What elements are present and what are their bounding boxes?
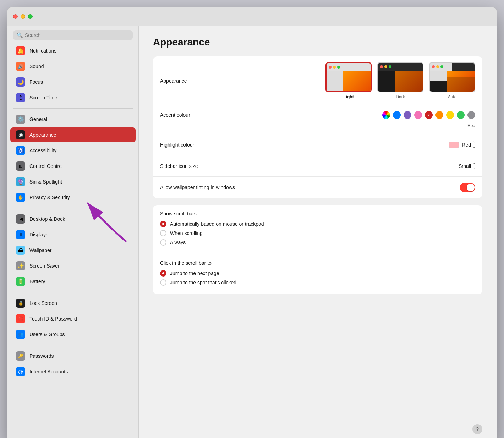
sidebar-item-notifications[interactable]: 🔔 Notifications [10, 43, 136, 58]
sidebar-item-lock-screen[interactable]: 🔒 Lock Screen [10, 296, 136, 311]
battery-icon: 🔋 [16, 277, 25, 286]
sidebar-item-appearance[interactable]: ◉ Appearance [10, 127, 136, 142]
maximize-button[interactable] [28, 14, 33, 19]
siri-icon: 🔮 [16, 177, 25, 186]
sidebar-item-label: General [29, 116, 47, 122]
accent-dot-multicolor[interactable] [382, 111, 390, 119]
sidebar-item-users-groups[interactable]: 👥 Users & Groups [10, 327, 136, 342]
accent-colors-row [382, 111, 475, 119]
focus-icon: 🌙 [16, 77, 25, 87]
minimize-button[interactable] [21, 14, 25, 19]
appearance-option-light-label: Light [343, 94, 354, 99]
appearance-thumb-auto [429, 62, 475, 92]
sidebar-item-label: Screen Saver [29, 263, 60, 269]
radio-label-spot-clicked: Jump to the spot that's clicked [170, 280, 236, 285]
radio-auto-scroll[interactable]: Automatically based on mouse or trackpad [160, 221, 475, 227]
accent-dot-purple[interactable] [404, 111, 411, 119]
search-box[interactable]: 🔍 [13, 30, 133, 40]
sidebar-item-label: Displays [29, 232, 48, 237]
sidebar-item-desktop-dock[interactable]: 🖥 Desktop & Dock [10, 212, 136, 226]
sidebar-item-wallpaper[interactable]: 🏔 Wallpaper [10, 243, 136, 258]
sidebar-item-siri[interactable]: 🔮 Siri & Spotlight [10, 174, 136, 189]
divider-1 [13, 108, 133, 109]
sidebar-item-label: Lock Screen [29, 300, 57, 306]
touch-id-icon: ⭕ [16, 314, 25, 323]
sound-icon: 🔊 [16, 62, 25, 71]
appearance-thumb-dark [377, 62, 423, 92]
wallpaper-icon: 🏔 [16, 246, 25, 255]
accessibility-icon: ♿ [16, 146, 25, 155]
sidebar-item-label: Sound [29, 64, 44, 69]
accent-colour-row: Accent colour [153, 105, 482, 134]
accent-dot-pink[interactable] [414, 111, 422, 119]
sidebar-item-sound[interactable]: 🔊 Sound [10, 59, 136, 74]
sidebar-icon-size-control[interactable]: Small ⌃⌄ [459, 162, 475, 170]
sidebar-item-label: Control Centre [29, 163, 62, 169]
desktop-dock-icon: 🖥 [16, 214, 25, 224]
sidebar-item-battery[interactable]: 🔋 Battery [10, 274, 136, 289]
radio-when-scrolling[interactable]: When scrolling [160, 230, 475, 236]
sidebar-item-label: Screen Time [29, 95, 57, 100]
sidebar-item-label: Internet Accounts [29, 369, 68, 374]
accent-dot-orange[interactable] [435, 111, 443, 119]
accent-dot-yellow[interactable] [446, 111, 454, 119]
highlight-value: Red [462, 142, 471, 148]
wallpaper-tinting-row: Allow wallpaper tinting in windows [153, 177, 482, 198]
sidebar-item-screen-saver[interactable]: ✨ Screen Saver [10, 258, 136, 273]
accent-colour-label: Accent colour [160, 112, 231, 118]
sidebar-item-label: Passwords [29, 353, 54, 359]
radio-circle-always [160, 239, 166, 246]
sidebar-item-privacy-security[interactable]: ✋ Privacy & Security [10, 190, 136, 205]
sidebar-item-touch-id[interactable]: ⭕ Touch ID & Password [10, 311, 136, 326]
close-button[interactable] [13, 14, 18, 19]
general-icon: ⚙️ [16, 115, 25, 124]
show-scroll-bars-title: Show scroll bars [160, 211, 475, 217]
highlight-colour-label: Highlight colour [160, 142, 231, 148]
users-groups-icon: 👥 [16, 330, 25, 339]
scroll-bars-card: Show scroll bars Automatically based on … [153, 205, 482, 294]
appearance-option-dark[interactable]: Dark [377, 62, 423, 99]
appearance-row: Appearance [153, 56, 482, 105]
appearance-option-dark-label: Dark [396, 94, 405, 99]
sidebar-item-label: Siri & Spotlight [29, 179, 62, 185]
sidebar-item-control-centre[interactable]: ⊞ Control Centre [10, 159, 136, 174]
screen-time-icon: ⏱ [16, 93, 25, 102]
privacy-icon: ✋ [16, 193, 25, 202]
highlight-colour-row: Highlight colour Red ⌃⌄ [153, 134, 482, 155]
appearance-thumb-light [325, 62, 372, 92]
divider-2 [13, 208, 133, 208]
control-centre-icon: ⊞ [16, 161, 25, 171]
sidebar-item-focus[interactable]: 🌙 Focus [10, 75, 136, 89]
radio-circle-next-page [160, 270, 166, 277]
sidebar-item-passwords[interactable]: 🔑 Passwords [10, 349, 136, 363]
highlight-control: Red ⌃⌄ [449, 141, 475, 149]
sidebar-item-general[interactable]: ⚙️ General [10, 112, 136, 127]
accent-dot-red[interactable] [425, 111, 433, 119]
sidebar-item-accessibility[interactable]: ♿ Accessibility [10, 143, 136, 158]
sidebar-item-internet-accounts[interactable]: @ Internet Accounts [10, 364, 136, 379]
sidebar-item-screen-time[interactable]: ⏱ Screen Time [10, 90, 136, 105]
sidebar-item-label: Focus [29, 79, 43, 85]
appearance-option-light[interactable]: Light [325, 62, 372, 99]
page-title: Appearance [153, 37, 482, 48]
appearance-options: Light [325, 62, 475, 99]
wallpaper-tinting-toggle[interactable] [460, 183, 475, 192]
sidebar-item-label: Touch ID & Password [29, 316, 77, 322]
appearance-option-auto[interactable]: Auto [429, 62, 475, 99]
radio-spot-clicked[interactable]: Jump to the spot that's clicked [160, 279, 475, 286]
accent-dot-graphite[interactable] [467, 111, 475, 119]
sidebar-item-displays[interactable]: 🖥 Displays [10, 227, 136, 242]
sidebar-item-label: Desktop & Dock [29, 216, 65, 222]
search-input[interactable] [25, 32, 129, 38]
highlight-dropdown[interactable]: Red ⌃⌄ [462, 141, 475, 149]
sidebar: 🔍 🔔 Notifications 🔊 Sound 🌙 Focus ⏱ Scre… [7, 26, 139, 438]
title-bar [7, 7, 497, 26]
lock-screen-icon: 🔒 [16, 299, 25, 308]
appearance-option-auto-label: Auto [448, 94, 457, 99]
help-button[interactable]: ? [472, 424, 482, 434]
accent-dot-green[interactable] [457, 111, 465, 119]
accent-dot-blue[interactable] [393, 111, 401, 119]
radio-always[interactable]: Always [160, 239, 475, 246]
wallpaper-tinting-control [460, 183, 475, 192]
radio-next-page[interactable]: Jump to the next page [160, 270, 475, 277]
